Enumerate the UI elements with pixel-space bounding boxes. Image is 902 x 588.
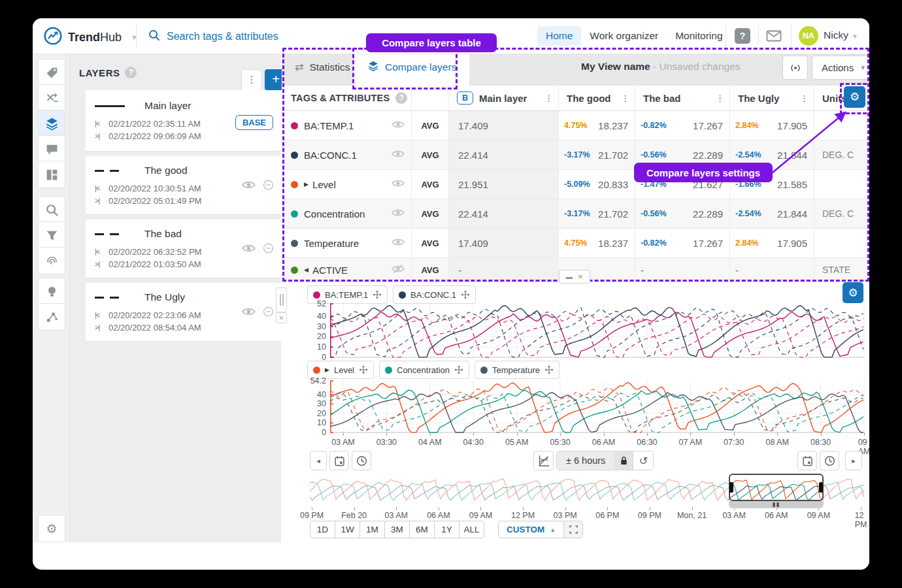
chevron-down-icon[interactable]: ▼	[131, 33, 138, 41]
kebab-menu-icon[interactable]: ⋮	[716, 93, 724, 103]
rail-fingerprint-icon[interactable]	[38, 247, 65, 274]
rail-dashboard-icon[interactable]	[38, 161, 65, 188]
chart-settings-gear-button[interactable]: ⚙	[843, 282, 863, 303]
trend-chart-plot[interactable]	[330, 304, 864, 357]
kebab-menu-icon[interactable]: ⋮	[800, 93, 809, 103]
zoom-preset-1y[interactable]: 1Y	[434, 521, 459, 538]
layer-visibility-eye-icon[interactable]	[242, 306, 256, 319]
expand-caret-icon[interactable]: ▶	[304, 181, 309, 188]
zoom-custom-button[interactable]: CUSTOM▲	[499, 521, 563, 538]
help-icon[interactable]: ?	[735, 28, 750, 44]
aggregation-type[interactable]: AVG	[412, 258, 449, 282]
nav-item-work-organizer[interactable]: Work organizer	[581, 26, 667, 46]
rail-search-icon[interactable]	[38, 196, 65, 223]
column-the-bad[interactable]: The bad⋮	[635, 86, 730, 110]
rail-tag-icon[interactable]	[38, 59, 65, 86]
layer-remove-icon[interactable]	[261, 243, 275, 256]
help-icon[interactable]: ?	[125, 67, 137, 78]
help-icon[interactable]: ?	[395, 92, 407, 104]
zoom-preset-all[interactable]: ALL	[459, 521, 484, 538]
minimize-icon[interactable]: ▬	[566, 274, 573, 280]
compare-trends-button[interactable]	[533, 451, 554, 470]
layer-remove-icon[interactable]	[261, 180, 275, 193]
lock-icon[interactable]	[614, 451, 633, 470]
trend-chart-plot[interactable]	[330, 381, 864, 433]
aggregation-type[interactable]: AVG	[412, 140, 449, 169]
zoom-preset-1m[interactable]: 1M	[359, 521, 385, 538]
move-icon[interactable]	[461, 290, 470, 299]
layers-menu-button[interactable]: ⋮	[241, 69, 262, 91]
layer-card[interactable]: The Ugly |<02/20/2022 02:23:06 AM >|02/2…	[86, 283, 281, 342]
expand-caret-icon[interactable]: ▶	[325, 367, 329, 373]
rail-comment-icon[interactable]	[38, 135, 65, 163]
rail-gear-icon[interactable]: ⚙	[38, 515, 65, 542]
move-icon[interactable]	[454, 365, 463, 374]
table-row[interactable]: BA:CONC.1 AVG 22.414 -3.17%21.702 -0.56%…	[282, 140, 869, 170]
table-row[interactable]: BA:TEMP.1 AVG 17.409 4.75%18.237 -0.82%1…	[282, 111, 869, 140]
visibility-eye-icon[interactable]	[392, 208, 405, 220]
visibility-eye-icon[interactable]	[392, 120, 405, 132]
layer-remove-icon[interactable]	[261, 306, 275, 319]
search-input[interactable]: Search tags & attributes	[148, 29, 278, 44]
actions-button[interactable]: Actions▼	[812, 56, 869, 80]
layer-visibility-eye-icon[interactable]	[242, 180, 256, 193]
kebab-menu-icon[interactable]: ⋮	[621, 93, 629, 103]
nav-item-home[interactable]: Home	[537, 26, 581, 46]
selection-drag-strip[interactable]: ▮▮	[729, 501, 824, 508]
legend-chip-ba-conc-1[interactable]: BA:CONC.1	[393, 286, 476, 304]
mail-icon[interactable]	[766, 29, 782, 45]
table-row[interactable]: Temperature AVG 17.409 4.75%18.237 -0.82…	[282, 229, 869, 258]
visibility-eye-icon[interactable]	[392, 264, 405, 276]
column-the-ugly[interactable]: The Ugly⋮	[730, 86, 814, 110]
layer-card[interactable]: The good |<02/20/2022 10:30:51 AM >|02/2…	[86, 156, 281, 215]
selection-handle-left[interactable]	[729, 482, 733, 493]
zoom-preset-3m[interactable]: 3M	[384, 521, 410, 538]
kebab-menu-icon[interactable]: ⋮	[544, 93, 553, 103]
start-date-picker-button[interactable]	[329, 451, 349, 470]
column-the-good[interactable]: The good⋮	[559, 86, 635, 110]
visibility-eye-icon[interactable]	[392, 149, 405, 161]
visibility-eye-icon[interactable]	[392, 237, 405, 250]
scroll-left-button[interactable]: ◂	[310, 451, 327, 470]
layer-card[interactable]: The bad |<02/20/2022 06:32:52 PM >|02/21…	[86, 220, 281, 278]
expand-caret-icon[interactable]: ◀	[304, 267, 309, 273]
rail-filter-icon[interactable]	[38, 221, 65, 249]
layer-card[interactable]: Main layer |<02/21/2022 02:35:11 AM >|02…	[86, 90, 281, 152]
context-selection-window[interactable]	[729, 474, 824, 501]
selection-handle-right[interactable]	[819, 482, 823, 493]
layer-visibility-eye-icon[interactable]	[242, 243, 256, 256]
scroll-right-button[interactable]: ▸	[845, 451, 862, 470]
aggregation-type[interactable]: AVG	[412, 229, 449, 257]
rail-layers-icon[interactable]	[38, 110, 65, 137]
rail-node-graph-icon[interactable]	[38, 303, 65, 331]
panel-close-button[interactable]: ✕	[276, 312, 287, 323]
move-icon[interactable]	[544, 365, 554, 374]
panel-resize-pill[interactable]: ▬✕	[559, 270, 590, 284]
user-menu[interactable]: Nicky▼	[824, 29, 858, 41]
rail-lightbulb-icon[interactable]	[38, 278, 65, 305]
aggregation-type[interactable]: AVG	[412, 111, 449, 140]
history-icon[interactable]: ↺	[633, 451, 653, 470]
zoom-preset-1d[interactable]: 1D	[310, 521, 335, 538]
time-range-label[interactable]: ± 6 hours	[557, 451, 614, 470]
aggregation-type[interactable]: AVG	[412, 170, 449, 199]
aggregation-type[interactable]: AVG	[412, 199, 449, 228]
avatar[interactable]: NA	[799, 26, 818, 46]
end-time-picker-button[interactable]	[820, 451, 839, 470]
legend-chip-concentration[interactable]: Concentration	[379, 361, 469, 379]
close-icon[interactable]: ✕	[578, 274, 583, 280]
table-row[interactable]: ▶ Level AVG 21.951 -5.09%20.833 -1.47%21…	[282, 170, 869, 199]
panel-drag-handle[interactable]	[276, 287, 287, 312]
nav-item-monitoring[interactable]: Monitoring	[667, 26, 731, 46]
visibility-eye-icon[interactable]	[392, 178, 405, 191]
move-icon[interactable]	[359, 365, 368, 374]
end-date-picker-button[interactable]	[797, 451, 817, 470]
move-icon[interactable]	[373, 290, 382, 299]
fullscreen-icon[interactable]	[563, 521, 582, 538]
column-main-layer[interactable]: BMain layer⋮	[449, 86, 559, 110]
brand[interactable]: TrendHub ▼	[43, 26, 138, 48]
table-row[interactable]: Concentration AVG 22.414 -3.17%21.702 -0…	[282, 199, 869, 229]
rail-formula-icon[interactable]	[38, 84, 65, 112]
start-time-picker-button[interactable]	[352, 451, 371, 470]
zoom-preset-6m[interactable]: 6M	[409, 521, 435, 538]
